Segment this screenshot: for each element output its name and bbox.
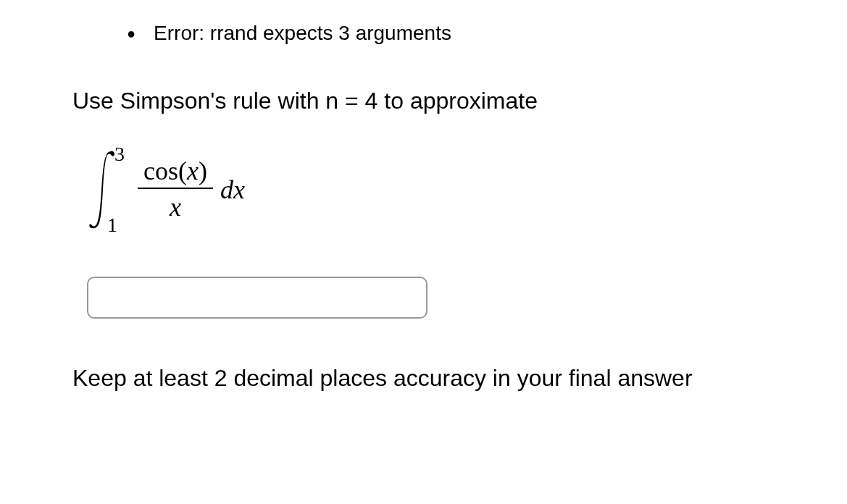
- cos-function: cos: [143, 156, 178, 185]
- numerator: cos(x): [138, 154, 213, 188]
- error-text: Error: rrand expects 3 arguments: [154, 22, 451, 45]
- fraction: cos(x) x: [138, 154, 213, 225]
- answer-input[interactable]: [87, 277, 427, 319]
- bullet-icon: ●: [127, 25, 135, 42]
- question-prompt: Use Simpson's rule with n = 4 to approxi…: [72, 85, 775, 117]
- error-line: ● Error: rrand expects 3 arguments: [127, 22, 775, 45]
- denominator: x: [164, 189, 187, 225]
- integral-sign: 3 1: [87, 146, 123, 233]
- upper-limit: 3: [114, 143, 125, 166]
- differential-dx: dx: [220, 175, 245, 205]
- integral-expression: 3 1 cos(x) x dx: [87, 146, 775, 233]
- accuracy-instruction: Keep at least 2 decimal places accuracy …: [72, 362, 775, 395]
- variable-x: x: [187, 156, 199, 185]
- lower-limit: 1: [107, 214, 117, 237]
